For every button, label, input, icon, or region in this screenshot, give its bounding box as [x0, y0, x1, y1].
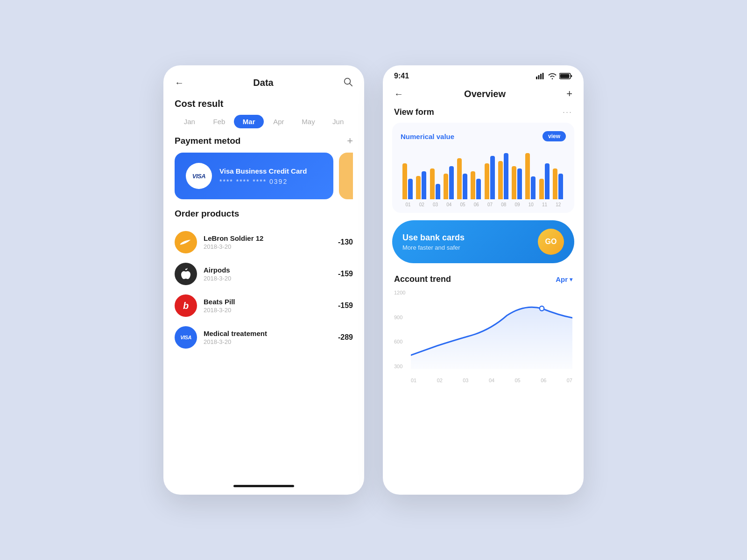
wifi-icon	[548, 73, 557, 79]
bank-banner[interactable]: Use bank cards More faster and safer GO	[392, 220, 574, 263]
apple-icon	[175, 263, 197, 285]
medical-icon: VISA	[175, 326, 197, 349]
order-item-medical[interactable]: VISA Medical treatement 2018-3-20 -289	[175, 322, 353, 353]
bar-group-04	[444, 166, 455, 199]
trend-x-labels: 01 02 03 04 05 06 07	[411, 378, 572, 383]
svg-rect-3	[538, 75, 540, 79]
tx-label-07: 07	[567, 378, 572, 383]
bar-orange-08	[498, 161, 503, 199]
bar-blue-10	[531, 176, 536, 199]
bar-group-07	[485, 156, 496, 199]
trend-filter-label: Apr	[556, 275, 568, 283]
overview-plus-button[interactable]: +	[566, 88, 572, 100]
chevron-down-icon: ▾	[570, 276, 572, 283]
beats-date: 2018-3-20	[204, 307, 331, 314]
bar-blue-12	[558, 174, 563, 199]
trend-filter-button[interactable]: Apr ▾	[556, 275, 572, 283]
medical-name: Medical treatement	[204, 329, 331, 337]
view-button[interactable]: view	[543, 131, 566, 141]
payment-header: Payment metod +	[175, 136, 353, 146]
left-phone: ← Data Cost result Jan Feb Mar Apr May J…	[163, 65, 364, 495]
orange-card[interactable]	[339, 153, 353, 199]
beats-icon: b	[175, 294, 197, 317]
bar-group-05	[457, 158, 468, 199]
tab-jun[interactable]: Jun	[323, 115, 353, 128]
order-item-airpods[interactable]: Airpods 2018-3-20 -159	[175, 258, 353, 290]
chart-header: Numerical value view	[401, 131, 566, 141]
svg-point-8	[540, 306, 544, 311]
medical-date: 2018-3-20	[204, 338, 331, 345]
bar-blue-09	[517, 168, 522, 199]
x-label-06: 06	[471, 202, 482, 207]
tx-label-04: 04	[489, 378, 494, 383]
battery-icon	[559, 73, 572, 79]
tab-jan[interactable]: Jan	[175, 115, 204, 128]
bar-orange-11	[539, 179, 544, 199]
status-time: 9:41	[394, 72, 409, 80]
x-label-07: 07	[485, 202, 496, 207]
x-label-02: 02	[416, 202, 427, 207]
tx-label-02: 02	[437, 378, 443, 383]
x-label-05: 05	[457, 202, 468, 207]
bar-group-03	[430, 168, 441, 199]
month-tabs: Jan Feb Mar Apr May Jun	[163, 115, 364, 136]
tab-apr[interactable]: Apr	[264, 115, 294, 128]
x-label-10: 10	[525, 202, 536, 207]
visa-card[interactable]: VISA Visa Business Credit Card **** ****…	[175, 153, 333, 199]
y-label-900: 900	[394, 315, 405, 320]
bar-blue-03	[436, 184, 440, 199]
bar-blue-01	[408, 179, 413, 199]
bar-orange-03	[430, 168, 435, 199]
airpods-info: Airpods 2018-3-20	[204, 266, 331, 282]
more-dots-button[interactable]: ···	[563, 107, 572, 117]
order-item-lebron[interactable]: LeBron Soldier 12 2018-3-20 -130	[175, 226, 353, 258]
payment-title: Payment metod	[175, 136, 240, 146]
order-item-beats[interactable]: b Beats Pill 2018-3-20 -159	[175, 290, 353, 322]
overview-back-button[interactable]: ←	[394, 89, 403, 99]
trend-y-labels: 1200 900 600 300	[394, 290, 405, 369]
svg-rect-4	[540, 74, 542, 79]
banner-title: Use bank cards	[402, 233, 465, 243]
bar-blue-07	[490, 156, 495, 199]
airpods-date: 2018-3-20	[204, 275, 331, 282]
tab-mar[interactable]: Mar	[234, 115, 264, 128]
bar-group-09	[512, 166, 523, 199]
tx-label-03: 03	[463, 378, 468, 383]
back-button[interactable]: ←	[175, 77, 184, 88]
add-payment-button[interactable]: +	[347, 136, 353, 146]
lebron-info: LeBron Soldier 12 2018-3-20	[204, 234, 331, 250]
airpods-amount: -159	[338, 270, 353, 278]
bar-blue-06	[476, 179, 481, 199]
x-label-12: 12	[553, 202, 564, 207]
x-label-01: 01	[402, 202, 414, 207]
bar-orange-04	[444, 174, 448, 199]
svg-rect-5	[543, 73, 544, 79]
y-label-1200: 1200	[394, 290, 405, 295]
banner-text: Use bank cards More faster and safer	[402, 233, 465, 251]
bar-orange-05	[457, 158, 462, 199]
medical-amount: -289	[338, 333, 353, 342]
chart-label: Numerical value	[401, 133, 454, 140]
lebron-name: LeBron Soldier 12	[204, 234, 331, 242]
tab-feb[interactable]: Feb	[204, 115, 234, 128]
tx-label-01: 01	[411, 378, 416, 383]
chart-card: Numerical value view	[392, 123, 574, 213]
bar-blue-11	[545, 163, 550, 199]
svg-line-1	[350, 84, 352, 86]
trend-section: Account trend Apr ▾ 1200 900 600 300	[383, 271, 584, 383]
x-label-11: 11	[539, 202, 550, 207]
trend-title: Account trend	[394, 274, 451, 284]
page-title: Data	[253, 77, 273, 88]
bar-orange-01	[402, 163, 407, 199]
go-button[interactable]: GO	[538, 229, 564, 255]
x-label-03: 03	[430, 202, 441, 207]
airpods-name: Airpods	[204, 266, 331, 274]
tab-may[interactable]: May	[294, 115, 324, 128]
nike-icon	[175, 231, 197, 253]
beats-name: Beats Pill	[204, 298, 331, 306]
line-chart-svg	[411, 290, 572, 369]
search-button[interactable]	[343, 77, 353, 89]
tx-label-05: 05	[515, 378, 521, 383]
trend-chart: 1200 900 600 300 01 02 03	[394, 290, 572, 383]
view-form-title: View form	[394, 107, 434, 117]
